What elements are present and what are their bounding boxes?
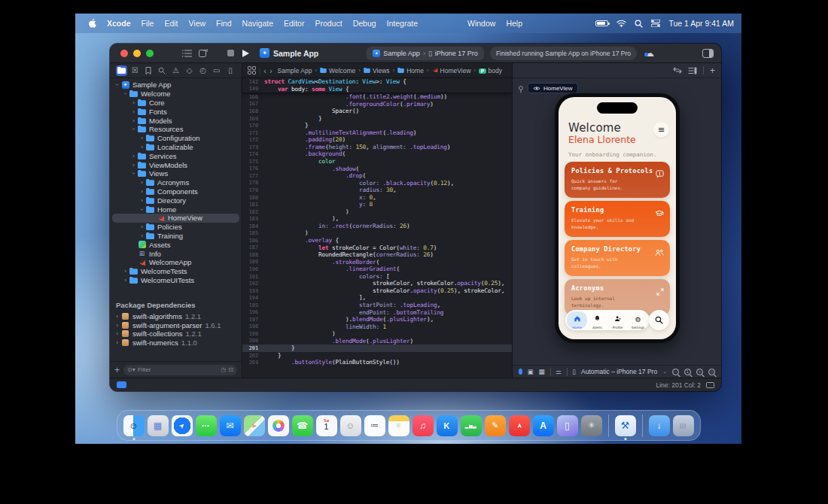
navigator-tab-issues[interactable]: ⚠ xyxy=(170,65,181,76)
apple-menu-icon[interactable] xyxy=(89,19,97,29)
dock-rocket-icon[interactable]: ➤ xyxy=(509,415,530,436)
dock-safari-icon[interactable]: ➤ xyxy=(172,415,193,436)
tree-item-views[interactable]: ›Views xyxy=(110,169,242,178)
wifi-icon[interactable] xyxy=(616,20,626,27)
navigator-tab-project[interactable] xyxy=(116,65,127,76)
package-item-swift-collections[interactable]: ›swift-collections1.2.1 xyxy=(110,329,242,339)
control-center-icon[interactable] xyxy=(651,20,660,27)
stop-button[interactable] xyxy=(227,50,234,56)
home-card-policies-protocols[interactable]: Policies & ProtocolsQuick answers for co… xyxy=(565,162,670,198)
menu-editor[interactable]: Editor xyxy=(279,19,309,28)
tab-profile[interactable]: Profile xyxy=(607,311,628,329)
menu-xcode[interactable]: Xcode xyxy=(102,19,136,28)
inspector-toggle-icon[interactable] xyxy=(702,49,714,58)
dock-contacts-icon[interactable]: ☺ xyxy=(340,415,361,436)
search-icon[interactable] xyxy=(635,20,643,28)
tree-item-configuration[interactable]: ›Configuration xyxy=(110,134,242,143)
source-code[interactable]: 142struct CardView<Destination: View>: V… xyxy=(242,78,512,378)
menu-navigate[interactable]: Navigate xyxy=(237,19,279,28)
dock-xcode-icon[interactable]: ⚒ xyxy=(615,415,636,436)
home-card-company-directory[interactable]: Company DirectoryGet in touch with colle… xyxy=(565,240,670,276)
disclosure-icon[interactable]: › xyxy=(114,322,120,329)
menu-window[interactable]: Window xyxy=(462,19,501,28)
dock-reminders-icon[interactable]: ≔ xyxy=(364,415,385,436)
hamburger-menu-button[interactable]: ≡ xyxy=(653,122,669,138)
preview-device-label[interactable]: Automatic – iPhone 17 Pro xyxy=(581,368,657,375)
forward-button[interactable]: › xyxy=(269,66,272,75)
dock-simulator-icon[interactable]: ▯ xyxy=(557,415,578,436)
breadcrumb-item-views[interactable]: Views xyxy=(364,67,390,74)
navigator-tab-breakpoints[interactable]: ▭ xyxy=(211,65,222,76)
tree-item-localizable[interactable]: ›Localizable xyxy=(110,143,242,152)
navigator-tab-find[interactable] xyxy=(157,65,168,76)
menu-product[interactable]: Product xyxy=(309,19,347,28)
navigator-tab-bookmarks[interactable] xyxy=(143,65,154,76)
dock-calendar-icon[interactable]: Tue1 xyxy=(316,415,337,436)
navigator-tab-tests[interactable]: ◇ xyxy=(184,65,195,76)
disclosure-icon[interactable]: › xyxy=(139,206,145,213)
battery-icon[interactable] xyxy=(595,20,608,26)
dock-trash-icon[interactable]: ||| xyxy=(673,415,694,436)
close-button[interactable] xyxy=(120,50,128,57)
tree-item-directory[interactable]: ›Directory xyxy=(110,196,242,205)
back-button[interactable]: ‹ xyxy=(263,66,266,75)
home-card-training[interactable]: TrainingElevate your skills and knowledg… xyxy=(565,201,670,237)
menu-edit[interactable]: Edit xyxy=(159,19,183,28)
zoom-fit-icon[interactable]: □ xyxy=(708,369,715,375)
disclosure-icon[interactable]: › xyxy=(114,330,120,337)
scheme-selector[interactable]: ✦ Sample App › ▯ iPhone 17 Pro xyxy=(367,47,484,60)
disclosure-icon[interactable]: › xyxy=(130,108,137,115)
tree-item-viewmodels[interactable]: ›ViewModels xyxy=(110,160,242,169)
dock-launchpad-icon[interactable]: ▦ xyxy=(148,415,169,436)
disclosure-icon[interactable]: › xyxy=(130,99,137,106)
menu-file[interactable]: File xyxy=(136,19,160,28)
disclosure-icon[interactable]: › xyxy=(122,277,129,284)
menu-help[interactable]: Help xyxy=(501,19,528,28)
menu-view[interactable]: View xyxy=(184,19,212,28)
zoom-100-icon[interactable]: 1 xyxy=(684,369,691,375)
disclosure-icon[interactable]: › xyxy=(130,162,137,169)
disclosure-icon[interactable]: › xyxy=(139,179,145,186)
navigator-tab-debug[interactable]: ◴ xyxy=(197,65,209,76)
disclosure-icon[interactable]: › xyxy=(139,223,145,230)
dock-symbols-icon[interactable]: ✳ xyxy=(581,415,602,436)
dock-photos-icon[interactable] xyxy=(268,415,289,436)
navigator-tab-source-control[interactable]: ☒ xyxy=(129,65,141,76)
tree-item-models[interactable]: ›Models xyxy=(110,116,242,125)
breadcrumb-item-body[interactable]: Pbody xyxy=(479,67,502,74)
tree-item-training[interactable]: ›Training xyxy=(110,232,242,241)
breadcrumb-item-sample-app[interactable]: Sample App xyxy=(275,67,312,74)
zoom-button[interactable] xyxy=(146,50,154,57)
filter-field[interactable]: ⊙▾ Filter ◷ ⊡ xyxy=(123,365,237,375)
zoom-out-icon[interactable]: − xyxy=(672,369,679,375)
run-button[interactable] xyxy=(242,50,249,57)
dock-phone-icon[interactable]: ☎ xyxy=(292,415,313,436)
package-item-swift-numerics[interactable]: ›swift-numerics1.1.0 xyxy=(110,339,242,348)
selectable-mode-icon[interactable]: ▣ xyxy=(528,368,534,375)
device-settings-icon[interactable]: ⚌ xyxy=(556,368,562,375)
tree-item-sample-app[interactable]: ›✦Sample App xyxy=(110,80,242,90)
console-indicator-icon[interactable] xyxy=(117,381,126,388)
code-review-icon[interactable] xyxy=(673,67,682,74)
tree-item-home[interactable]: ›Home xyxy=(110,205,242,214)
phone-search-button[interactable] xyxy=(649,310,669,330)
tree-item-components[interactable]: ›Components xyxy=(110,187,242,196)
editor-options-icon[interactable] xyxy=(688,67,697,74)
breadcrumb-item-welcome[interactable]: Welcome xyxy=(320,67,355,74)
dock-appstore-icon[interactable]: A xyxy=(533,415,554,436)
disclosure-icon[interactable]: › xyxy=(139,188,145,195)
package-item-swift-algorithms[interactable]: ›swift-algorithms1.2.1 xyxy=(110,311,242,320)
dock-finder-icon[interactable]: ☺ xyxy=(123,415,145,436)
tree-item-policies[interactable]: ›Policies xyxy=(110,223,242,232)
dock-downloads-icon[interactable]: ↓ xyxy=(649,415,670,436)
menu-integrate[interactable]: Integrate xyxy=(382,19,423,28)
disclosure-icon[interactable]: › xyxy=(122,90,129,97)
recent-filter-icon[interactable]: ◷ xyxy=(221,366,226,373)
tree-item-homeview[interactable]: HomeView xyxy=(112,214,239,223)
tree-item-welcome[interactable]: ›Welcome xyxy=(110,90,242,99)
scm-filter-icon[interactable]: ⊡ xyxy=(228,366,233,373)
navigator-tab-reports[interactable]: ▯ xyxy=(224,65,236,76)
tree-item-services[interactable]: ›Services xyxy=(110,151,242,160)
tree-item-acronyms[interactable]: ›Acronyms xyxy=(110,178,242,187)
breadcrumb-item-home[interactable]: Home xyxy=(397,67,424,74)
